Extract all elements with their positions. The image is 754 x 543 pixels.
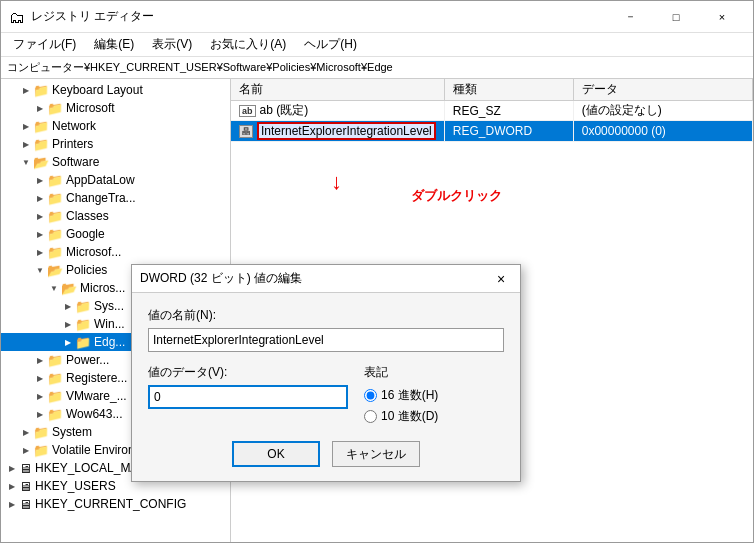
dialog-ok-button[interactable]: OK [232,441,320,467]
col-header-data: データ [573,79,752,101]
expand-icon: ▶ [5,500,19,509]
expand-icon: ▶ [33,410,47,419]
expand-icon: ▶ [33,248,47,257]
tree-label: Keyboard Layout [52,83,143,97]
row-icon: ab ab (既定) [239,102,308,119]
tree-item-appdatalow[interactable]: ▶ 📁 AppDataLow [1,171,230,189]
row-icon: 晶 InternetExplorerIntegrationLevel [239,122,436,140]
tree-label: Network [52,119,96,133]
tree-item-microsoft-kl[interactable]: ▶ 📁 Microsoft [1,99,230,117]
main-window: 🗂 レジストリ エディター － □ × ファイル(F) 編集(E) 表示(V) … [0,0,754,543]
tree-item-keyboard-layout[interactable]: ▶ 📁 Keyboard Layout [1,81,230,99]
folder-icon: 📁 [75,335,91,350]
dialog-close-button[interactable]: × [490,268,512,290]
col-header-name: 名前 [231,79,444,101]
tree-label: Registere... [66,371,127,385]
folder-icon: 📁 [47,371,63,386]
tree-item-network[interactable]: ▶ 📁 Network [1,117,230,135]
expand-icon: ▼ [47,284,61,293]
menu-help[interactable]: ヘルプ(H) [296,34,365,55]
table-row-selected[interactable]: 晶 InternetExplorerIntegrationLevel REG_D… [231,121,753,142]
dialog-data-input[interactable] [148,385,348,409]
menu-file[interactable]: ファイル(F) [5,34,84,55]
dialog-name-input[interactable] [148,328,504,352]
col-header-type: 種類 [444,79,573,101]
reg-value-name: ab ab (既定) [231,101,444,121]
expand-icon: ▼ [33,266,47,275]
expand-icon: ▶ [5,482,19,491]
folder-icon: 📁 [47,245,63,260]
dialog-left-col: 値のデータ(V): [148,364,348,425]
reg-name-text: ab (既定) [260,102,309,119]
expand-icon: ▶ [33,374,47,383]
expand-icon: ▶ [33,176,47,185]
tree-label: Micros... [80,281,125,295]
folder-icon: 📂 [33,155,49,170]
menu-favorites[interactable]: お気に入り(A) [202,34,294,55]
expand-icon: ▶ [19,122,33,131]
expand-icon: ▶ [33,104,47,113]
title-bar: 🗂 レジストリ エディター － □ × [1,1,753,33]
expand-icon: ▶ [61,338,75,347]
expand-icon: ▶ [61,320,75,329]
folder-icon: 🖥 [19,479,32,494]
expand-icon: ▶ [33,230,47,239]
reg-value-type: REG_SZ [444,101,573,121]
folder-icon: 📂 [61,281,77,296]
tree-label: Microsof... [66,245,121,259]
reg-value-name: 晶 InternetExplorerIntegrationLevel [231,121,444,142]
tree-label: Classes [66,209,109,223]
menu-view[interactable]: 表示(V) [144,34,200,55]
tree-label: Printers [52,137,93,151]
menu-edit[interactable]: 編集(E) [86,34,142,55]
folder-icon: 📁 [75,299,91,314]
minimize-button[interactable]: － [607,1,653,33]
folder-icon: 📁 [33,83,49,98]
expand-icon: ▶ [19,86,33,95]
reg-name-text: InternetExplorerIntegrationLevel [257,122,436,140]
folder-icon: 🖥 [19,461,32,476]
folder-icon: 📁 [47,353,63,368]
dialog-buttons: OK キャンセル [148,441,504,467]
dialog-cancel-button[interactable]: キャンセル [332,441,420,467]
tree-label: Microsoft [66,101,115,115]
radio-dec-label: 10 進数(D) [381,408,438,425]
folder-icon: 📁 [47,173,63,188]
folder-icon: 📁 [47,209,63,224]
expand-icon: ▶ [19,446,33,455]
radio-hex[interactable]: 16 進数(H) [364,387,504,404]
radio-dec-input[interactable] [364,410,377,423]
table-row[interactable]: ab ab (既定) REG_SZ (値の設定なし) [231,101,753,121]
expand-icon: ▶ [5,464,19,473]
radio-hex-input[interactable] [364,389,377,402]
tree-label: HKEY_CURRENT_CONFIG [35,497,186,511]
dialog-name-label: 値の名前(N): [148,307,504,324]
folder-icon: 📁 [47,407,63,422]
radio-dec[interactable]: 10 進数(D) [364,408,504,425]
tree-item-google[interactable]: ▶ 📁 Google [1,225,230,243]
tree-item-classes[interactable]: ▶ 📁 Classes [1,207,230,225]
address-path: コンピューター¥HKEY_CURRENT_USER¥Software¥Polic… [7,60,393,75]
dword-edit-dialog: DWORD (32 ビット) 値の編集 × 値の名前(N): 値のデータ(V):… [131,264,521,482]
folder-icon: 📁 [47,191,63,206]
tree-item-hkcc[interactable]: ▶ 🖥 HKEY_CURRENT_CONFIG [1,495,230,513]
tree-item-microsof[interactable]: ▶ 📁 Microsof... [1,243,230,261]
tree-label: ChangeTra... [66,191,136,205]
folder-icon: 📁 [47,101,63,116]
tree-item-printers[interactable]: ▶ 📁 Printers [1,135,230,153]
dialog-row: 値のデータ(V): 表記 16 進数(H) 10 進数(D [148,364,504,425]
tree-label: Google [66,227,105,241]
folder-icon: 📂 [47,263,63,278]
address-bar: コンピューター¥HKEY_CURRENT_USER¥Software¥Polic… [1,57,753,79]
tree-item-software[interactable]: ▼ 📂 Software [1,153,230,171]
menu-bar: ファイル(F) 編集(E) 表示(V) お気に入り(A) ヘルプ(H) [1,33,753,57]
maximize-button[interactable]: □ [653,1,699,33]
tree-item-changetra[interactable]: ▶ 📁 ChangeTra... [1,189,230,207]
folder-icon: 📁 [33,443,49,458]
registry-table: 名前 種類 データ ab ab (既定) [231,79,753,142]
close-button[interactable]: × [699,1,745,33]
tree-label: System [52,425,92,439]
expand-icon: ▼ [19,158,33,167]
expand-icon: ▶ [33,392,47,401]
tree-label: AppDataLow [66,173,135,187]
